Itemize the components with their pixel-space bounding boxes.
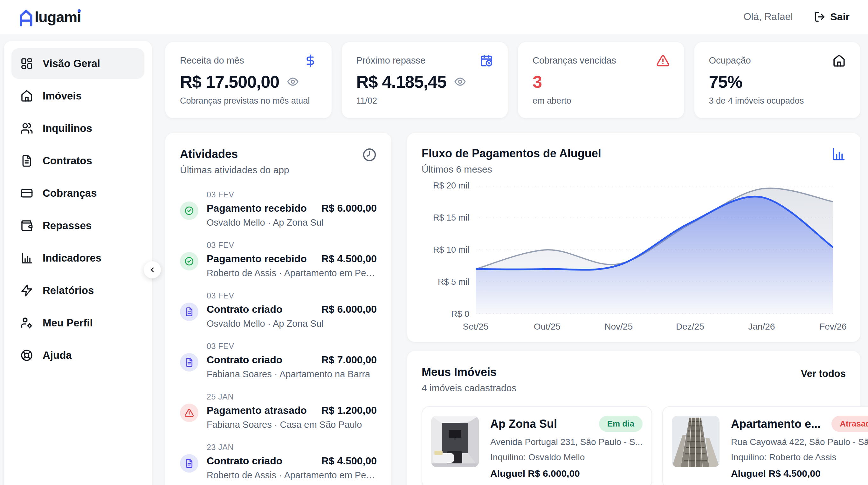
y-axis-tick: R$ 10 mil xyxy=(422,245,469,255)
properties-subtitle: 4 imóveis cadastrados xyxy=(422,383,516,393)
alert-triangle-icon xyxy=(656,54,670,67)
check-circle-icon xyxy=(180,252,198,270)
activity-date: 25 JAN xyxy=(207,392,377,401)
x-axis-tick: Dez/25 xyxy=(676,322,704,332)
sidebar-item-imoveis[interactable]: Imóveis xyxy=(11,81,144,111)
payments-chart-svg xyxy=(476,186,833,314)
sidebar-collapse-button[interactable] xyxy=(144,261,161,279)
stat-subtitle: 3 de 4 imóveis ocupados xyxy=(709,96,846,106)
y-axis-tick: R$ 5 mil xyxy=(422,277,469,287)
sidebar-item-label: Ajuda xyxy=(42,349,72,361)
stat-card-repasse: Próximo repasse R$ 4.185,45 11/02 xyxy=(342,42,508,118)
stat-value: R$ 17.500,00 xyxy=(180,72,279,92)
property-photo xyxy=(672,416,719,467)
activity-amount: R$ 1.200,00 xyxy=(321,405,377,416)
calendar-clock-icon xyxy=(480,54,493,67)
payments-chart: R$ 20 mil R$ 15 mil R$ 10 mil R$ 5 mil R… xyxy=(422,183,846,332)
eye-icon[interactable] xyxy=(287,76,299,88)
property-address: Avenida Portugal 231, São Paulo - S... xyxy=(490,437,643,447)
sidebar-item-label: Contratos xyxy=(42,155,92,167)
property-name: Apartamento e... xyxy=(731,417,820,431)
x-axis-tick: Nov/25 xyxy=(604,322,633,332)
activity-amount: R$ 6.000,00 xyxy=(321,303,377,315)
property-rent: Aluguel R$ 4.500,00 xyxy=(731,468,868,479)
sidebar-item-label: Meu Perfil xyxy=(42,317,93,329)
activity-amount: R$ 4.500,00 xyxy=(321,455,377,467)
sidebar: Visão Geral Imóveis Inquilinos Contratos… xyxy=(4,41,152,485)
users-icon xyxy=(20,122,33,135)
bar-chart-icon xyxy=(831,147,846,161)
stat-card-ocupacao: Ocupação 75% 3 de 4 imóveis ocupados xyxy=(694,42,861,118)
sidebar-item-repasses[interactable]: Repasses xyxy=(11,211,144,241)
activities-panel: Atividades Últimas atividades do app 03 … xyxy=(165,133,392,485)
activity-detail: Roberto de Assis · Apartamento em Perdiz… xyxy=(207,268,377,279)
alert-triangle-icon xyxy=(180,403,198,422)
chevron-left-icon xyxy=(149,266,156,273)
stat-value: R$ 4.185,45 xyxy=(356,72,446,92)
credit-card-icon xyxy=(20,187,33,200)
y-axis-tick: R$ 15 mil xyxy=(422,213,469,223)
logo-letter-i: i xyxy=(77,8,81,26)
see-all-link[interactable]: Ver todos xyxy=(801,365,846,380)
stat-card-vencidas: Cobranças vencidas 3 em aberto xyxy=(518,42,684,118)
sidebar-item-cobrancas[interactable]: Cobranças xyxy=(11,178,144,208)
property-card[interactable]: Ap Zona Sul Em dia Avenida Portugal 231,… xyxy=(422,406,652,485)
logout-button[interactable]: Sair xyxy=(814,11,849,23)
activity-date: 23 JAN xyxy=(207,443,377,452)
sidebar-item-label: Visão Geral xyxy=(42,58,100,70)
x-axis-tick: Jan/26 xyxy=(748,322,775,332)
activity-item: 23 JAN Contrato criado R$ 4.500,00 Rober… xyxy=(180,443,377,481)
property-photo xyxy=(431,416,479,467)
user-greeting: Olá, Rafael xyxy=(743,11,793,23)
activity-date: 03 FEV xyxy=(207,342,377,351)
activities-subtitle: Últimas atividades do app xyxy=(180,165,289,175)
check-circle-icon xyxy=(180,201,198,220)
property-card[interactable]: Apartamento e... Atrasado Rua Cayowaá 42… xyxy=(662,406,868,485)
wallet-icon xyxy=(20,219,33,232)
sidebar-item-visao-geral[interactable]: Visão Geral xyxy=(11,48,144,79)
activity-item: 25 JAN Pagamento atrasado R$ 1.200,00 Fa… xyxy=(180,392,377,430)
sidebar-item-label: Cobranças xyxy=(42,187,97,199)
stat-card-receita: Receita do mês R$ 17.500,00 Cobranças pr… xyxy=(165,42,332,118)
stat-subtitle: Cobranças previstas no mês atual xyxy=(180,96,317,106)
stat-value: 3 xyxy=(533,72,542,92)
chart-subtitle: Últimos 6 meses xyxy=(422,164,601,175)
activity-title: Contrato criado xyxy=(207,455,282,467)
sidebar-item-label: Indicadores xyxy=(42,252,101,264)
user-gear-icon xyxy=(20,317,33,329)
contract-file-icon xyxy=(180,302,198,321)
stat-label: Cobranças vencidas xyxy=(533,54,616,66)
x-axis-tick: Set/25 xyxy=(463,322,489,332)
activity-title: Pagamento atrasado xyxy=(207,405,307,416)
sidebar-item-meu-perfil[interactable]: Meu Perfil xyxy=(11,308,144,338)
status-badge: Atrasado xyxy=(831,416,868,432)
activity-detail: Roberto de Assis · Apartamento em Perdiz… xyxy=(207,470,377,481)
activity-title: Pagamento recebido xyxy=(207,202,307,214)
sidebar-item-relatorios[interactable]: Relatórios xyxy=(11,275,144,306)
activity-item: 03 FEV Contrato criado R$ 6.000,00 Osval… xyxy=(180,291,377,329)
sidebar-item-ajuda[interactable]: Ajuda xyxy=(11,340,144,370)
zap-icon xyxy=(20,284,33,297)
activity-amount: R$ 4.500,00 xyxy=(321,253,377,265)
chart-title: Fluxo de Pagamentos de Aluguel xyxy=(422,147,601,160)
sidebar-item-contratos[interactable]: Contratos xyxy=(11,146,144,176)
property-tenant: Inquilino: Osvaldo Mello xyxy=(490,452,643,462)
bar-chart-icon xyxy=(20,252,33,264)
sidebar-item-indicadores[interactable]: Indicadores xyxy=(11,243,144,273)
payments-chart-panel: Fluxo de Pagamentos de Aluguel Últimos 6… xyxy=(407,133,860,342)
activity-list: 03 FEV Pagamento recebido R$ 6.000,00 Os… xyxy=(180,190,377,485)
stat-value: 75% xyxy=(709,72,742,92)
contract-file-icon xyxy=(180,454,198,473)
activity-title: Pagamento recebido xyxy=(207,253,307,265)
dashboard-icon xyxy=(20,57,33,70)
stat-label: Receita do mês xyxy=(180,54,244,66)
eye-icon[interactable] xyxy=(454,76,466,88)
properties-panel: Meus Imóveis 4 imóveis cadastrados Ver t… xyxy=(407,351,860,485)
activity-date: 03 FEV xyxy=(207,240,377,250)
sidebar-item-label: Relatórios xyxy=(42,285,94,296)
property-tenant: Inquilino: Roberto de Assis xyxy=(731,452,868,462)
sidebar-item-inquilinos[interactable]: Inquilinos xyxy=(11,113,144,144)
x-axis-tick: Out/25 xyxy=(534,322,561,332)
activity-title: Contrato criado xyxy=(207,354,282,366)
status-badge: Em dia xyxy=(599,416,643,432)
